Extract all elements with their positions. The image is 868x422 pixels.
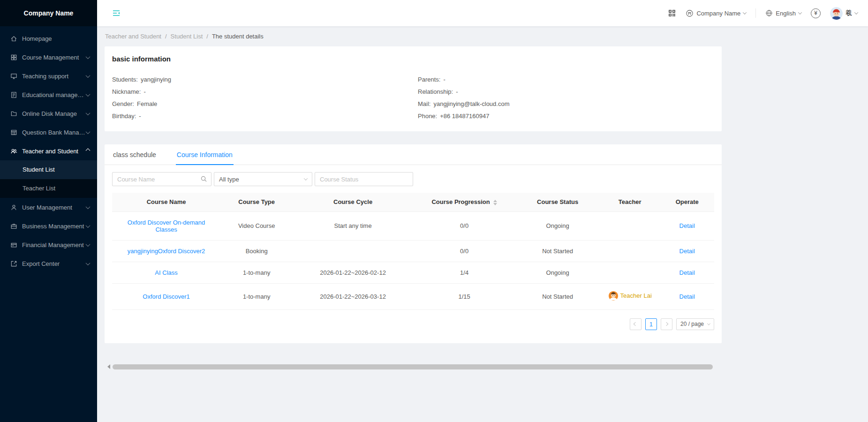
sidebar-item-homepage[interactable]: Homepage [0, 29, 97, 48]
chevron-down-icon [86, 92, 91, 97]
course-name-link[interactable]: AI Class [155, 269, 177, 276]
sidebar-item-teacher-list[interactable]: Teacher List [0, 179, 97, 198]
detail-link[interactable]: Detail [679, 248, 695, 255]
company-switcher[interactable]: Company Name [686, 9, 746, 17]
sidebar-item-course-management[interactable]: Course Management [0, 48, 97, 67]
folder-icon [10, 110, 17, 117]
sidebar: Company Name Homepage Course Management … [0, 0, 97, 422]
breadcrumb: Teacher and Student / Student List / The… [105, 33, 868, 40]
course-status-cell: Not Started [515, 240, 600, 262]
course-name-link[interactable]: Oxford Discover1 [143, 293, 189, 300]
team-icon [10, 148, 17, 155]
column-header-course-progression[interactable]: Course Progression [413, 193, 515, 211]
page-size-value: 20 / page [680, 321, 704, 327]
course-table: Course Name Course Type Course Cycle Cou… [112, 193, 714, 310]
language-switcher[interactable]: English [765, 9, 801, 17]
pagination-page-1[interactable]: 1 [645, 318, 657, 330]
sort-icon[interactable] [493, 200, 497, 205]
chevron-down-icon [304, 176, 308, 180]
company-switcher-label: Company Name [696, 10, 740, 17]
sidebar-item-student-list[interactable]: Student List [0, 160, 97, 179]
search-icon[interactable] [200, 175, 207, 184]
info-label: Relationship: [418, 88, 453, 95]
course-progression-cell: 1/4 [413, 262, 515, 283]
column-header-course-status: Course Status [515, 193, 600, 211]
pagination: 1 20 / page [112, 318, 714, 330]
educational-management-icon [10, 91, 17, 98]
course-management-icon [10, 54, 17, 61]
sidebar-item-label: Homepage [22, 35, 90, 42]
course-type-select[interactable]: All type [214, 172, 312, 186]
course-status-select[interactable]: Course Status [315, 172, 413, 186]
course-cycle-cell: Start any time [293, 211, 413, 240]
sidebar-item-online-disk-manage[interactable]: Online Disk Manage [0, 104, 97, 123]
scrollbar-thumb[interactable] [113, 364, 713, 369]
column-header-course-name: Course Name [112, 193, 220, 211]
sidebar-item-business-management[interactable]: Business Management [0, 217, 97, 235]
course-name-link[interactable]: yangjinyingOxford Discover2 [128, 248, 205, 255]
sidebar-item-financial-management[interactable]: Financial Management [0, 235, 97, 254]
page-size-select[interactable]: 20 / page [676, 318, 714, 330]
detail-link[interactable]: Detail [679, 293, 695, 300]
sidebar-item-teacher-and-student[interactable]: Teacher and Student [0, 142, 97, 160]
sidebar-item-question-bank-management[interactable]: Question Bank Management [0, 123, 97, 142]
divider [755, 8, 756, 18]
teacher-cell [600, 211, 660, 240]
currency-yen-icon[interactable]: ¥ [811, 8, 821, 18]
sidebar-item-educational-management[interactable]: Educational management [0, 85, 97, 104]
tab-class-schedule[interactable]: class schedule [112, 144, 157, 165]
language-label: English [776, 10, 796, 17]
qr-code-icon[interactable] [668, 9, 676, 17]
pagination-next-button[interactable] [661, 318, 672, 330]
main-area: Company Name English ¥ 羲 [97, 0, 868, 422]
table-header-row: Course Name Course Type Course Cycle Cou… [112, 193, 714, 211]
horizontal-scrollbar [105, 364, 868, 370]
app-window: Company Name Homepage Course Management … [0, 0, 868, 422]
course-name-input[interactable] [112, 172, 211, 186]
chevron-down-icon [854, 10, 858, 14]
info-label: Mail: [418, 100, 430, 107]
sidebar-item-export-center[interactable]: Export Center [0, 254, 97, 273]
sidebar-nav: Homepage Course Management Teaching supp… [0, 26, 97, 422]
breadcrumb-item[interactable]: Teacher and Student [105, 33, 161, 40]
finance-card-icon [10, 241, 17, 249]
chevron-down-icon [86, 242, 91, 247]
content-area: Teacher and Student / Student List / The… [97, 26, 868, 422]
info-label: Phone: [418, 113, 437, 120]
detail-link[interactable]: Detail [679, 269, 695, 276]
sidebar-item-teaching-support[interactable]: Teaching support [0, 67, 97, 85]
tab-course-information[interactable]: Course Information [176, 144, 234, 165]
pagination-prev-button[interactable] [630, 318, 642, 330]
sidebar-item-label: Business Management [22, 223, 86, 230]
info-value: yangjinying@talk-cloud.com [433, 100, 509, 107]
course-type-cell: Booking [220, 240, 293, 262]
course-status-cell: Ongoing [515, 211, 600, 240]
scroll-left-arrow-icon[interactable] [107, 364, 110, 369]
tabs: class schedule Course Information [105, 144, 722, 165]
user-menu[interactable]: 羲 [830, 7, 858, 20]
sidebar-item-label: Export Center [22, 260, 86, 267]
sidebar-item-user-management[interactable]: User Management [0, 198, 97, 217]
detail-link[interactable]: Detail [679, 222, 695, 229]
sidebar-item-label: Educational management [22, 91, 86, 98]
caret-up-icon [493, 200, 497, 202]
teacher-and-student-submenu: Student List Teacher List [0, 160, 97, 198]
info-row: Nickname:- [112, 88, 408, 96]
teacher-avatar [608, 291, 619, 301]
chevron-down-icon [86, 54, 91, 59]
course-status-cell: Ongoing [515, 262, 600, 283]
course-cycle-cell: 2026-01-22~2026-02-12 [293, 262, 413, 283]
breadcrumb-item[interactable]: Student List [171, 33, 203, 40]
info-row: Relationship:- [418, 88, 714, 96]
sidebar-item-label: User Management [22, 204, 86, 211]
info-value: Female [137, 100, 157, 107]
caret-down-icon [493, 203, 497, 205]
course-status-placeholder: Course Status [320, 176, 358, 183]
info-value: +86 18487160947 [440, 113, 489, 120]
teacher-cell [600, 240, 660, 262]
column-header-operate: Operate [660, 193, 714, 211]
user-avatar [830, 7, 843, 20]
menu-fold-icon[interactable] [112, 9, 121, 17]
course-name-link[interactable]: Oxford Discover On-demand Classes [128, 219, 205, 233]
course-card: class schedule Course Information All ty… [105, 144, 722, 343]
